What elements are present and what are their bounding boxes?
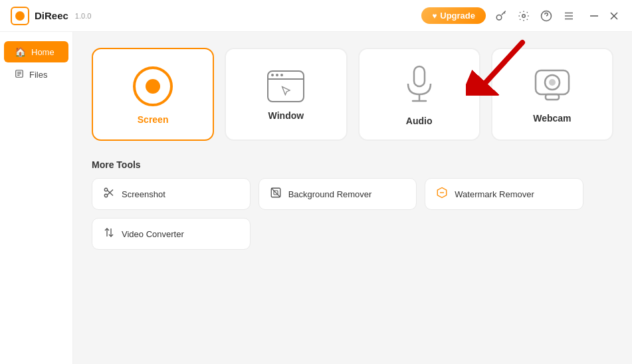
app-logo: [11, 7, 29, 25]
tool-watermark-remover[interactable]: Watermark Remover: [425, 178, 583, 210]
tool-bg-remover[interactable]: Background Remover: [259, 178, 417, 210]
tool-bg-remover-label: Background Remover: [288, 189, 372, 199]
screen-icon-inner: [146, 79, 160, 94]
window-card[interactable]: Window: [225, 48, 347, 141]
screen-icon-area: [133, 66, 173, 106]
more-tools-title: More Tools: [92, 159, 613, 170]
svg-line-25: [107, 190, 113, 195]
app-logo-inner: [15, 11, 25, 21]
window-icon-box: [267, 70, 304, 102]
watermark-icon: [436, 187, 448, 201]
tools-grid: Screenshot Background Remover: [92, 178, 583, 250]
webcam-card-label: Webcam: [533, 113, 571, 124]
window-dot-2: [276, 74, 278, 76]
help-icon[interactable]: [539, 9, 554, 23]
window-dot-3: [280, 74, 283, 76]
svg-point-1: [522, 14, 526, 17]
settings-icon[interactable]: [516, 9, 531, 23]
svg-line-24: [107, 191, 113, 196]
screen-card[interactable]: Screen: [92, 48, 214, 141]
tool-screenshot-label: Screenshot: [122, 189, 165, 199]
video-convert-icon: [103, 227, 115, 241]
webcam-icon: [532, 68, 572, 102]
minimize-button[interactable]: [587, 9, 601, 23]
record-cards-row: Screen: [92, 48, 613, 141]
window-card-label: Window: [268, 110, 304, 121]
svg-point-0: [496, 15, 502, 20]
svg-rect-13: [414, 66, 425, 86]
sidebar: 🏠 Home Files: [0, 32, 73, 364]
titlebar-left: DiReec 1.0.0: [11, 7, 91, 25]
app-name: DiReec: [35, 10, 68, 21]
app-version: 1.0.0: [75, 12, 91, 20]
webcam-icon-area: [532, 68, 572, 105]
audio-card-label: Audio: [406, 116, 433, 126]
titlebar-right: ♥ Upgrade: [421, 7, 621, 24]
sidebar-item-files-label: Files: [29, 70, 47, 80]
upgrade-label: Upgrade: [440, 11, 475, 21]
scissors-icon: [103, 187, 115, 201]
upgrade-button[interactable]: ♥ Upgrade: [421, 7, 486, 24]
window-dot-1: [271, 74, 274, 76]
screen-card-label: Screen: [138, 114, 169, 125]
tool-watermark-label: Watermark Remover: [455, 189, 534, 199]
heart-icon: ♥: [432, 11, 437, 21]
menu-icon[interactable]: [562, 9, 576, 23]
titlebar: DiReec 1.0.0 ♥ Upgrade: [0, 0, 632, 32]
more-tools-section: More Tools Screenshot: [92, 159, 613, 250]
screen-icon-outer: [133, 66, 173, 106]
key-icon[interactable]: [494, 9, 508, 23]
cursor-icon: [280, 85, 291, 96]
home-icon: 🏠: [15, 46, 26, 57]
window-controls: [587, 9, 621, 23]
svg-point-20: [549, 79, 556, 86]
main-layout: 🏠 Home Files: [0, 32, 632, 364]
bg-remove-icon: [270, 187, 282, 201]
webcam-card[interactable]: Webcam: [491, 48, 613, 141]
tool-screenshot[interactable]: Screenshot: [92, 178, 251, 210]
sidebar-item-home[interactable]: 🏠 Home: [4, 41, 68, 62]
window-topbar: [268, 72, 303, 80]
audio-card[interactable]: Audio: [358, 48, 480, 141]
tool-video-converter[interactable]: Video Converter: [92, 218, 251, 250]
window-icon-area: [267, 70, 304, 102]
svg-line-27: [271, 188, 280, 197]
files-icon: [15, 69, 24, 80]
close-button[interactable]: [607, 9, 621, 23]
content-area: Screen: [73, 32, 632, 364]
tool-video-converter-label: Video Converter: [122, 229, 184, 239]
sidebar-item-home-label: Home: [31, 47, 54, 57]
window-body: [268, 80, 303, 101]
svg-rect-21: [546, 94, 559, 100]
sidebar-item-files[interactable]: Files: [4, 64, 68, 86]
audio-icon-area: [403, 65, 436, 108]
microphone-icon: [403, 65, 436, 105]
